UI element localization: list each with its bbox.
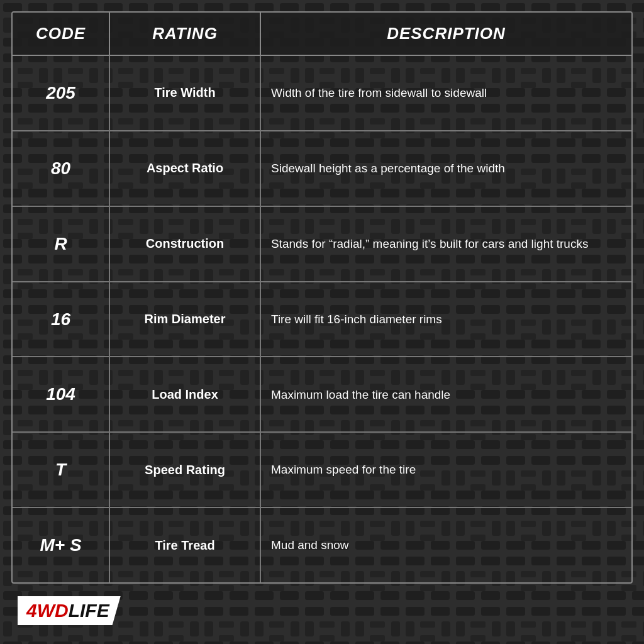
table-row: M+ STire TreadMud and snow bbox=[13, 508, 631, 582]
table-row: 16Rim DiameterTire will fit 16-inch diam… bbox=[13, 282, 631, 358]
code-cell: T bbox=[13, 433, 110, 507]
code-cell: 205 bbox=[13, 56, 110, 130]
description-cell: Mud and snow bbox=[261, 508, 631, 582]
table-body: 205Tire WidthWidth of the tire from side… bbox=[13, 56, 631, 582]
description-cell: Tire will fit 16-inch diameter rims bbox=[261, 282, 631, 357]
footer: 4WDLIFE bbox=[11, 589, 633, 633]
table-header: CODE RATING DESCRIPTION bbox=[13, 13, 631, 56]
description-cell: Stands for “radial,” meaning it’s built … bbox=[261, 207, 631, 281]
table-row: TSpeed RatingMaximum speed for the tire bbox=[13, 433, 631, 508]
code-cell: 104 bbox=[13, 357, 110, 431]
rating-cell: Tire Tread bbox=[110, 508, 261, 582]
rating-cell: Construction bbox=[110, 207, 261, 281]
header-rating: RATING bbox=[110, 13, 261, 55]
logo-4wd: 4WD bbox=[26, 600, 69, 621]
table-row: 205Tire WidthWidth of the tire from side… bbox=[13, 56, 631, 131]
rating-cell: Speed Rating bbox=[110, 433, 261, 507]
rating-cell: Aspect Ratio bbox=[110, 131, 261, 206]
brand-logo: 4WDLIFE bbox=[18, 596, 121, 625]
header-code: CODE bbox=[13, 13, 110, 55]
table-row: 80Aspect RatioSidewall height as a perce… bbox=[13, 131, 631, 207]
code-cell: R bbox=[13, 207, 110, 281]
description-cell: Width of the tire from sidewall to sidew… bbox=[261, 56, 631, 130]
tire-code-table: CODE RATING DESCRIPTION 205Tire WidthWid… bbox=[11, 11, 633, 584]
rating-cell: Load Index bbox=[110, 357, 261, 431]
main-content: CODE RATING DESCRIPTION 205Tire WidthWid… bbox=[0, 0, 644, 644]
table-row: RConstructionStands for “radial,” meanin… bbox=[13, 207, 631, 282]
header-description: DESCRIPTION bbox=[261, 13, 631, 55]
rating-cell: Rim Diameter bbox=[110, 282, 261, 357]
description-cell: Sidewall height as a percentage of the w… bbox=[261, 131, 631, 206]
code-cell: 16 bbox=[13, 282, 110, 357]
code-cell: M+ S bbox=[13, 508, 110, 582]
code-cell: 80 bbox=[13, 131, 110, 206]
logo-text: 4WDLIFE bbox=[26, 600, 109, 621]
table-row: 104Load IndexMaximum load the tire can h… bbox=[13, 357, 631, 433]
rating-cell: Tire Width bbox=[110, 56, 261, 130]
description-cell: Maximum load the tire can handle bbox=[261, 357, 631, 431]
logo-life: LIFE bbox=[69, 600, 109, 621]
description-cell: Maximum speed for the tire bbox=[261, 433, 631, 507]
